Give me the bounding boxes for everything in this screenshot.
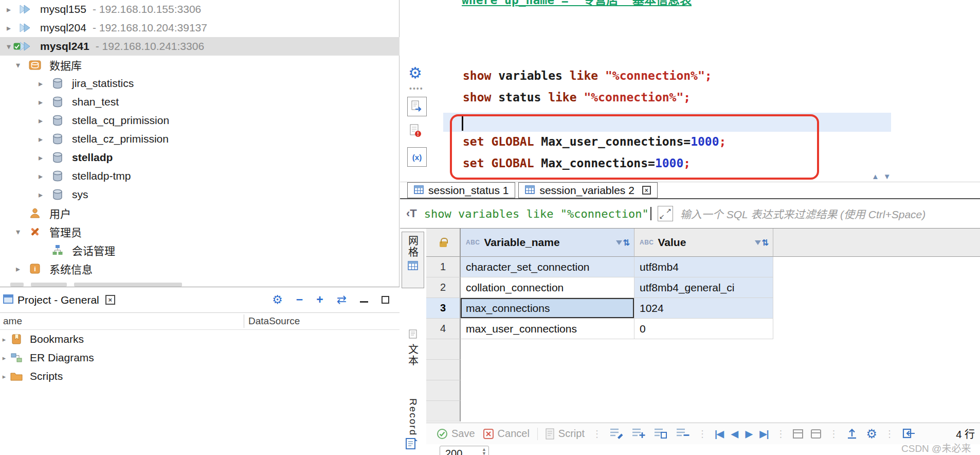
- chevron-collapsed-icon[interactable]: ▸: [33, 153, 48, 163]
- zoom-panel-icon[interactable]: [811, 429, 821, 439]
- edit-row-icon[interactable]: [609, 427, 624, 441]
- sql-line-2[interactable]: show status like "%connection%";: [463, 91, 691, 104]
- tab-close-icon[interactable]: ×: [642, 186, 651, 195]
- cell-variable-name[interactable]: max_user_connections: [461, 319, 634, 339]
- tree-item-database-selected-bold[interactable]: ▸ stelladp: [0, 148, 400, 167]
- tree-item-database[interactable]: ▸ sys: [0, 185, 400, 204]
- tree-item-database[interactable]: ▸ shan_test: [0, 93, 400, 111]
- panel-toggle-icon[interactable]: [793, 429, 803, 439]
- next-row-icon[interactable]: ▶: [746, 428, 752, 440]
- sql-line-1[interactable]: show variables like "%connection%";: [463, 69, 712, 82]
- fold-arrows-icon[interactable]: ▲▼: [872, 172, 895, 181]
- chevron-collapsed-icon[interactable]: ▸: [0, 373, 8, 380]
- export-data-icon[interactable]: [846, 427, 858, 441]
- tab-session-status[interactable]: session_status 1: [407, 182, 515, 198]
- cell-value[interactable]: utf8mb4: [634, 257, 773, 277]
- cancel-button[interactable]: Cancel: [483, 428, 530, 440]
- tree-item-connection-mysql241[interactable]: ▾ mysql241 - 192.168.10.241:3306: [0, 37, 400, 56]
- sql-line-4[interactable]: set GLOBAL Max_connections=1000;: [463, 156, 691, 170]
- duplicate-row-icon[interactable]: [654, 427, 668, 441]
- cell-variable-name-selected[interactable]: max_connections: [461, 298, 634, 319]
- filter-query-text[interactable]: show variables like "%connection": [424, 207, 649, 220]
- column-divider[interactable]: [244, 314, 244, 328]
- chevron-expanded-icon[interactable]: ▾: [10, 60, 26, 70]
- sql-line-3[interactable]: set GLOBAL Max_user_connections=1000;: [463, 135, 726, 148]
- gear-icon[interactable]: ⚙: [408, 64, 422, 82]
- chevron-collapsed-icon[interactable]: ▸: [33, 79, 48, 89]
- execute-export-icon[interactable]: [407, 97, 427, 116]
- project-item-er-diagrams[interactable]: ▸ ER Diagrams: [0, 348, 400, 367]
- fetch-size-input[interactable]: 200 ▲▼: [440, 446, 489, 455]
- grid-settings-gear-icon[interactable]: ⚙: [866, 427, 877, 441]
- cell-variable-name[interactable]: character_set_connection: [461, 257, 634, 277]
- chevron-collapsed-icon[interactable]: ▸: [10, 264, 26, 274]
- link-editor-icon[interactable]: ⇄: [337, 294, 347, 306]
- expand-all-icon[interactable]: +: [316, 294, 323, 306]
- cell-value[interactable]: utf8mb4_general_ci: [634, 277, 773, 298]
- last-row-icon[interactable]: ▶|: [760, 428, 769, 440]
- row-number[interactable]: 3: [426, 298, 461, 319]
- record-mode-icon[interactable]: [405, 436, 419, 452]
- row-number[interactable]: 2: [426, 277, 461, 298]
- chevron-collapsed-icon[interactable]: ▸: [33, 190, 48, 200]
- save-button[interactable]: Save: [437, 428, 475, 440]
- tree-item-connection-mysql204[interactable]: ▸ mysql204 - 192.168.10.204:39137: [0, 19, 400, 37]
- connection-icon: [16, 22, 35, 33]
- previous-row-icon[interactable]: ◀: [731, 428, 738, 440]
- expand-filter-icon[interactable]: ↗↙: [658, 206, 673, 221]
- chevron-collapsed-icon[interactable]: ▸: [0, 354, 8, 362]
- sql-editor[interactable]: where up_name = '专营店' 基本信息表 show variabl…: [427, 0, 980, 182]
- delete-row-icon[interactable]: [676, 427, 690, 441]
- chevron-collapsed-icon[interactable]: ▸: [1, 5, 16, 14]
- collapse-all-icon[interactable]: −: [296, 294, 303, 306]
- chevron-collapsed-icon[interactable]: ▸: [33, 134, 48, 144]
- column-header-value[interactable]: ABC Value ⇅: [634, 229, 773, 257]
- column-header-name[interactable]: ame: [0, 316, 22, 327]
- cell-value[interactable]: 1024: [634, 298, 773, 319]
- chevron-collapsed-icon[interactable]: ▸: [0, 336, 8, 343]
- presentation-tab-grid[interactable]: 网格: [402, 232, 424, 288]
- document-error-icon[interactable]: !: [408, 124, 422, 138]
- cell-value[interactable]: 0: [634, 319, 773, 339]
- project-item-bookmarks[interactable]: ▸ Bookmarks: [0, 330, 400, 348]
- script-button[interactable]: Script: [546, 428, 585, 440]
- tree-item-admin-folder[interactable]: ▾ 管理员: [0, 222, 400, 241]
- function-xml-icon[interactable]: (x): [407, 147, 427, 167]
- chevron-collapsed-icon[interactable]: ▸: [33, 116, 48, 126]
- row-number[interactable]: 4: [426, 319, 461, 339]
- stepper-icon[interactable]: ▲▼: [482, 447, 486, 455]
- minimize-icon[interactable]: [360, 297, 368, 303]
- presentation-tab-text[interactable]: 文本: [402, 329, 424, 366]
- filter-sort-icon[interactable]: ⇅: [755, 238, 769, 248]
- filter-sort-icon[interactable]: ⇅: [616, 238, 630, 248]
- add-row-icon[interactable]: [631, 427, 646, 441]
- tree-item-database[interactable]: ▸ stella_cz_primission: [0, 130, 400, 148]
- import-data-icon[interactable]: [902, 427, 915, 441]
- chevron-collapsed-icon[interactable]: ▸: [1, 23, 16, 33]
- project-item-scripts[interactable]: ▸ Scripts: [0, 367, 400, 386]
- tree-item-database[interactable]: ▸ stelladp-tmp: [0, 167, 400, 185]
- cell-variable-name[interactable]: collation_connection: [461, 277, 634, 298]
- maximize-icon[interactable]: [382, 296, 389, 304]
- tree-item-connection-mysql155[interactable]: ▸ mysql155 - 192.168.10.155:3306: [0, 0, 400, 19]
- first-row-icon[interactable]: |◀: [715, 428, 723, 440]
- tree-item-databases-folder[interactable]: ▾ 数据库: [0, 56, 400, 74]
- gear-icon[interactable]: ⚙: [272, 294, 283, 306]
- grid-table-icon: [525, 184, 535, 197]
- project-tab-close-icon[interactable]: ×: [105, 295, 115, 305]
- chevron-collapsed-icon[interactable]: ▸: [33, 97, 48, 107]
- tab-session-variables-active[interactable]: session_variables 2 ×: [518, 182, 657, 198]
- tree-item-system-info[interactable]: ▸ i 系统信息: [0, 259, 400, 278]
- tree-item-database[interactable]: ▸ stella_cq_primission: [0, 111, 400, 130]
- row-number[interactable]: 1: [426, 257, 461, 277]
- column-header-variable-name[interactable]: ABC Variable_name ⇅: [461, 229, 634, 257]
- grid-corner-cell[interactable]: [426, 229, 461, 257]
- tree-item-users-folder[interactable]: 用户: [0, 204, 400, 222]
- tree-item-database[interactable]: ▸ jira_statistics: [0, 74, 400, 93]
- chevron-collapsed-icon[interactable]: ▸: [33, 171, 48, 181]
- column-header-datasource[interactable]: DataSource: [248, 316, 300, 327]
- tree-item-session-management[interactable]: 会话管理: [0, 241, 400, 259]
- results-filter-bar[interactable]: ‹T show variables like "%connection" ↗↙ …: [400, 199, 980, 229]
- presentation-tab-record[interactable]: Record: [402, 398, 424, 436]
- chevron-expanded-icon[interactable]: ▾: [10, 227, 26, 237]
